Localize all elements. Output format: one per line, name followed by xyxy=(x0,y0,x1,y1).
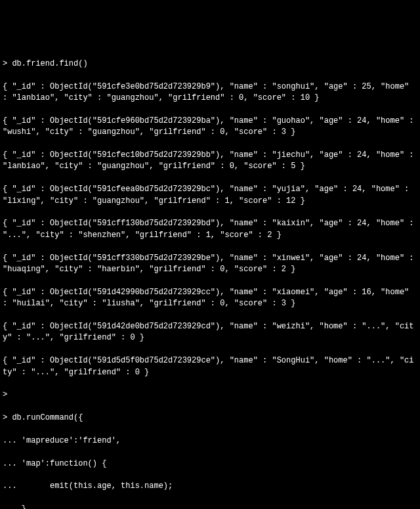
command-runcommand: > db.runCommand({ xyxy=(3,412,417,424)
runcommand-line-0: ... 'mapreduce':'friend', xyxy=(3,435,417,447)
find-output-2: { "_id" : ObjectId("591cfec10bd75d2d7239… xyxy=(3,150,417,173)
runcommand-line-1: ... 'map':function() { xyxy=(3,458,417,470)
find-output-4: { "_id" : ObjectId("591cff130bd75d2d7239… xyxy=(3,218,417,241)
find-output-7: { "_id" : ObjectId("591d42de0bd75d2d7239… xyxy=(3,321,417,344)
find-output-0: { "_id" : ObjectId("591cfe3e0bd75d2d7239… xyxy=(3,81,417,104)
find-output-3: { "_id" : ObjectId("591cfeea0bd75d2d7239… xyxy=(3,184,417,207)
runcommand-line-3: ... }, xyxy=(3,504,417,509)
find-output-8: { "_id" : ObjectId("591d5d5f0bd75d2d7239… xyxy=(3,355,417,378)
prompt-line: > xyxy=(3,389,417,401)
runcommand-line-2: ... emit(this.age, this.name); xyxy=(3,481,417,492)
find-output-6: { "_id" : ObjectId("591d42990bd75d2d7239… xyxy=(3,287,417,310)
command-find: > db.friend.find() xyxy=(3,58,417,70)
find-output-5: { "_id" : ObjectId("591cff330bd75d2d7239… xyxy=(3,253,417,276)
terminal[interactable]: > db.friend.find() { "_id" : ObjectId("5… xyxy=(3,47,417,509)
find-output-1: { "_id" : ObjectId("591cfe960bd75d2d7239… xyxy=(3,116,417,139)
